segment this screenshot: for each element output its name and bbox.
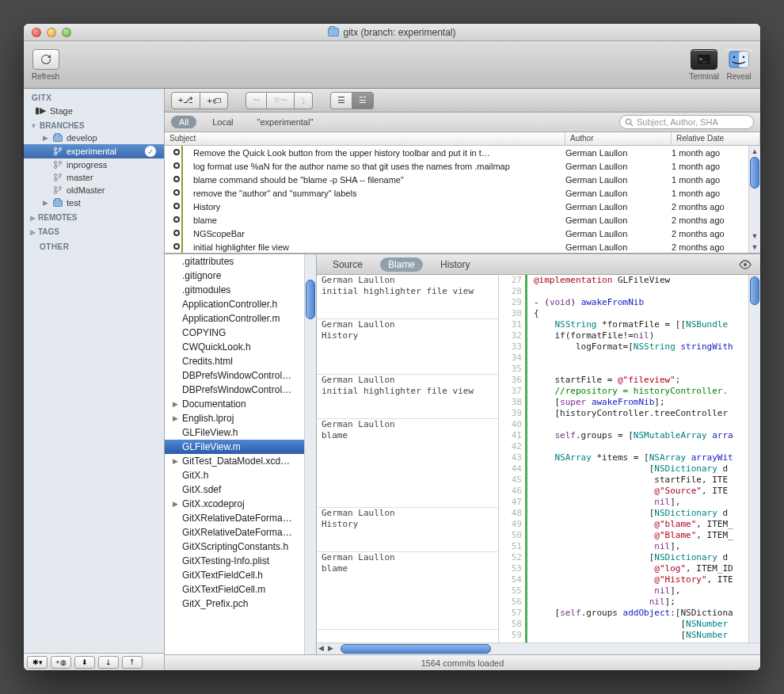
code-vscroll-thumb[interactable] [750,276,759,305]
commit-scrollbar[interactable]: ▲ ▼ ▼ [748,146,760,253]
file-row[interactable]: .gitmodules [165,283,316,297]
search-field[interactable]: Subject, Author, SHA [619,115,754,129]
blame-block[interactable]: German Laullonblame [317,419,498,508]
file-list[interactable]: .gitattributes.gitignore.gitmodulesAppli… [165,254,317,654]
file-row[interactable]: GitXTextFieldCell.m [165,582,316,597]
file-row[interactable]: GitXTextFieldCell.h [165,568,316,582]
sidebar-branches-toggle[interactable]: ▼ BRANCHES [24,117,164,132]
file-row[interactable]: CWQuickLook.h [165,340,316,354]
file-row[interactable]: GitX_Prefix.pch [165,597,316,611]
sidebar-tags-toggle[interactable]: ▶ TAGS [24,223,164,238]
refresh-button[interactable] [32,49,59,70]
gear-menu-button[interactable]: ✱▾ [27,656,48,669]
code-line: [historyController.treeController [527,408,760,419]
file-row[interactable]: GitXScriptingConstants.h [165,540,316,554]
file-row[interactable]: ▶Documentation [165,397,316,411]
scroll-up-arrow[interactable]: ▲ [749,146,760,157]
scroll-down-arrow[interactable]: ▼ [749,231,760,242]
commit-row[interactable]: blameGerman Laullon2 months ago [165,213,760,227]
file-row[interactable]: ▶English.lproj [165,411,316,425]
code-vscrollbar[interactable] [748,275,760,643]
sidebar-branch-test[interactable]: ▶test [24,196,164,209]
file-row[interactable]: GitXRelativeDateForma… [165,511,316,525]
scroll-down-arrow-2[interactable]: ▼ [749,242,760,253]
file-scroll-thumb[interactable] [306,280,315,319]
header-subject[interactable]: Subject [165,132,565,145]
code-line: [NSDictionary d [527,552,760,563]
file-row[interactable]: COPYING [165,326,316,340]
commit-row[interactable]: HistoryGerman Laullon2 months ago [165,200,760,213]
tab-blame[interactable]: Blame [380,257,423,272]
list-view-button[interactable]: ☰ [330,92,352,109]
commit-row[interactable]: Remove the Quick Look button from the up… [165,146,760,159]
sidebar-branch-experimental[interactable]: experimental✓ [24,144,164,158]
scope-local[interactable]: Local [204,116,241,128]
code-line: [NSNumber [527,619,760,630]
sidebar-branch-master[interactable]: master [24,171,164,184]
file-row[interactable]: Credits.html [165,354,316,368]
branch-icon [53,185,63,195]
push-button[interactable]: ⤒ [122,656,143,669]
header-author[interactable]: Author [565,132,672,145]
scroll-left-arrow[interactable]: ◀ [318,644,324,652]
blame-view[interactable]: German Laulloninitial highlighter file v… [317,275,760,643]
file-row[interactable]: ApplicationController.h [165,297,316,311]
commit-list[interactable]: Remove the Quick Look button from the up… [165,146,760,254]
file-name: ApplicationController.h [182,299,277,310]
merge-button[interactable]: ⤲⤳ [267,92,295,109]
blame-block[interactable]: German LaullonHistory [317,319,498,375]
file-row[interactable]: GitXTesting-Info.plist [165,554,316,568]
file-row[interactable]: ApplicationController.m [165,311,316,326]
sidebar-branch-oldMaster[interactable]: oldMaster [24,184,164,196]
add-branch-button[interactable]: +⎇ [171,92,200,109]
rebase-button[interactable]: ⤵ [295,92,313,109]
blame-block[interactable]: German LaullonHistory [317,508,498,552]
quicklook-button[interactable] [738,260,752,269]
scroll-thumb[interactable] [750,157,759,189]
add-remote-button[interactable]: +◍ [51,656,71,669]
pull-button[interactable]: ⤓ [98,656,119,669]
reveal-button[interactable] [725,49,752,70]
commit-row[interactable]: NGScopeBarGerman Laullon2 months ago [165,227,760,240]
code-hscrollbar[interactable]: ◀ ▶ [317,643,760,654]
file-row[interactable]: ▶GitX.xcodeproj [165,497,316,511]
file-row[interactable]: GLFileView.m [165,440,316,454]
file-row[interactable]: GitXRelativeDateForma… [165,525,316,540]
cherry-pick-button[interactable]: ⤳ [245,92,267,109]
add-tag-button[interactable]: +🏷 [200,92,227,109]
search-icon [625,118,634,127]
file-row[interactable]: .gitattributes [165,254,316,269]
tree-view-button[interactable]: ☱ [352,92,374,109]
branch-label: develop [67,133,97,143]
scope-branch[interactable]: "experimental" [249,116,322,128]
commit-row[interactable]: log format use %aN for the author name s… [165,159,760,173]
commit-row[interactable]: remove the "author" and "summary" labels… [165,186,760,200]
header-date[interactable]: Relative Date [672,132,760,145]
sidebar-branch-inprogress[interactable]: inprogress [24,158,164,171]
commit-row[interactable]: blame command should be "blame -p SHA --… [165,173,760,186]
scroll-right-arrow[interactable]: ▶ [328,644,333,652]
file-row[interactable]: DBPrefsWindowControl… [165,368,316,383]
sidebar-remotes-toggle[interactable]: ▶ REMOTES [24,209,164,223]
file-scrollbar[interactable] [304,254,316,654]
file-row[interactable]: GLFileView.h [165,425,316,440]
file-row[interactable]: DBPrefsWindowControl… [165,383,316,397]
file-row[interactable]: ▶GitTest_DataModel.xcd… [165,454,316,468]
blame-block[interactable]: German Laulloninitial highlighter file v… [317,375,498,419]
sidebar-branch-develop[interactable]: ▶develop [24,132,164,144]
code-line: [self.groups addObject:[NSDictiona [527,608,760,619]
blame-block[interactable]: German Laulloninitial highlighter file v… [317,275,498,319]
blame-block[interactable]: German Laullonblame [317,552,498,630]
scope-all[interactable]: All [171,116,196,128]
download-icon: ⬇ [82,658,88,666]
file-row[interactable]: .gitignore [165,269,316,283]
sidebar-stage[interactable]: ▮▶ Stage [24,104,164,117]
commit-row[interactable]: initial highlighter file viewGerman Laul… [165,240,760,254]
file-row[interactable]: GitX.h [165,468,316,482]
file-row[interactable]: GitX.sdef [165,482,316,497]
fetch-button[interactable]: ⬇ [74,656,95,669]
terminal-button[interactable]: >_ [691,49,717,70]
code-hscroll-thumb[interactable] [341,644,491,654]
tab-source[interactable]: Source [325,257,371,272]
tab-history[interactable]: History [432,257,478,272]
